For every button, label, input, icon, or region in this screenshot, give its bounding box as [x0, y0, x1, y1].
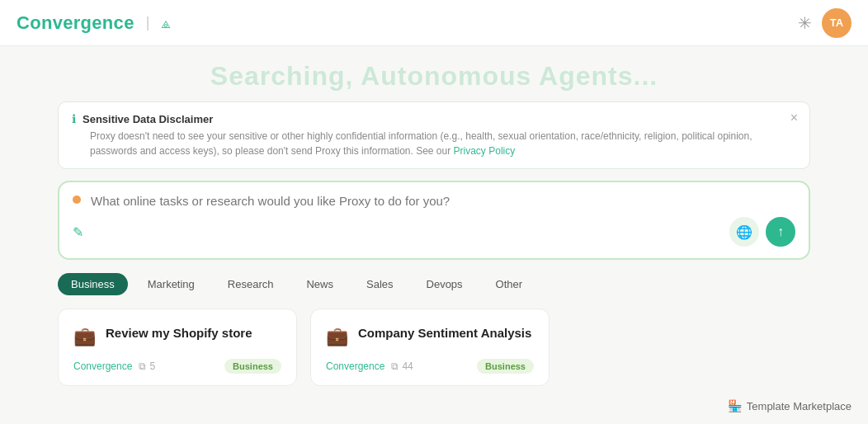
- tab-research[interactable]: Research: [215, 273, 287, 295]
- main-content: Searching, Autonomous Agents... ℹ Sensit…: [0, 46, 868, 386]
- card-company-sentiment-analysis[interactable]: 💼 Company Sentiment Analysis Convergence…: [310, 309, 550, 386]
- card-footer: Convergence ⧉ 44 Business: [326, 359, 534, 374]
- card-header: 💼 Review my Shopify store: [73, 324, 281, 347]
- card-count: ⧉ 44: [391, 360, 413, 372]
- card-count: ⧉ 5: [139, 360, 155, 372]
- search-actions: 🌐 ↑: [729, 217, 795, 247]
- avatar[interactable]: TA: [822, 8, 851, 38]
- page-title: Searching, Autonomous Agents...: [58, 61, 810, 92]
- tab-news[interactable]: News: [293, 273, 347, 295]
- settings-icon[interactable]: ✳: [798, 13, 812, 33]
- tab-sales[interactable]: Sales: [353, 273, 407, 295]
- logo-text: Convergence: [17, 12, 134, 34]
- card-header: 💼 Company Sentiment Analysis: [326, 324, 534, 347]
- page-title-area: Searching, Autonomous Agents...: [58, 54, 810, 101]
- tab-business[interactable]: Business: [58, 273, 128, 295]
- card-title: Review my Shopify store: [106, 324, 252, 342]
- search-bottom: ✎ 🌐 ↑: [73, 217, 795, 247]
- edit-icon[interactable]: ✎: [73, 224, 83, 240]
- template-marketplace[interactable]: 🏪 Template Marketplace: [728, 399, 851, 412]
- search-input[interactable]: [73, 194, 795, 208]
- card-briefcase-icon: 💼: [326, 326, 348, 347]
- card-title: Company Sentiment Analysis: [358, 324, 531, 342]
- card-badge: Business: [477, 359, 534, 374]
- disclaimer-title: Sensitive Data Disclaimer: [83, 113, 213, 125]
- header: Convergence | ⟁ ✳ TA: [0, 0, 868, 46]
- card-author: Convergence: [326, 360, 384, 372]
- tab-marketing[interactable]: Marketing: [134, 273, 208, 295]
- header-right: ✳ TA: [798, 8, 851, 38]
- logo-divider: |: [146, 14, 150, 31]
- category-tabs: BusinessMarketingResearchNewsSalesDevops…: [58, 273, 810, 295]
- disclaimer-banner: ℹ Sensitive Data Disclaimer Proxy doesn'…: [58, 101, 810, 169]
- tab-devops[interactable]: Devops: [413, 273, 476, 295]
- card-author: Convergence: [73, 360, 132, 372]
- send-button[interactable]: ↑: [766, 217, 795, 247]
- copies-icon: ⧉: [139, 360, 146, 372]
- header-left: Convergence | ⟁: [17, 12, 171, 34]
- card-footer: Convergence ⧉ 5 Business: [73, 359, 281, 374]
- disclaimer-header: ℹ Sensitive Data Disclaimer: [72, 112, 796, 125]
- search-indicator: [73, 196, 81, 204]
- tab-other[interactable]: Other: [483, 273, 536, 295]
- logo-icon: ⟁: [161, 13, 171, 32]
- template-icon: 🏪: [728, 399, 742, 412]
- info-icon: ℹ: [72, 112, 76, 125]
- search-box: ✎ 🌐 ↑: [58, 181, 810, 260]
- privacy-policy-link[interactable]: Privacy Policy: [454, 145, 516, 157]
- globe-button[interactable]: 🌐: [729, 217, 759, 247]
- template-marketplace-label: Template Marketplace: [747, 400, 851, 412]
- copies-icon: ⧉: [391, 360, 399, 372]
- disclaimer-close-button[interactable]: ×: [790, 111, 798, 125]
- card-review-my-shopify-store[interactable]: 💼 Review my Shopify store Convergence ⧉ …: [58, 309, 297, 386]
- card-badge: Business: [224, 359, 281, 374]
- card-briefcase-icon: 💼: [73, 326, 96, 347]
- cards-row: 💼 Review my Shopify store Convergence ⧉ …: [58, 309, 810, 386]
- disclaimer-text: Proxy doesn't need to see your sensitive…: [72, 129, 796, 158]
